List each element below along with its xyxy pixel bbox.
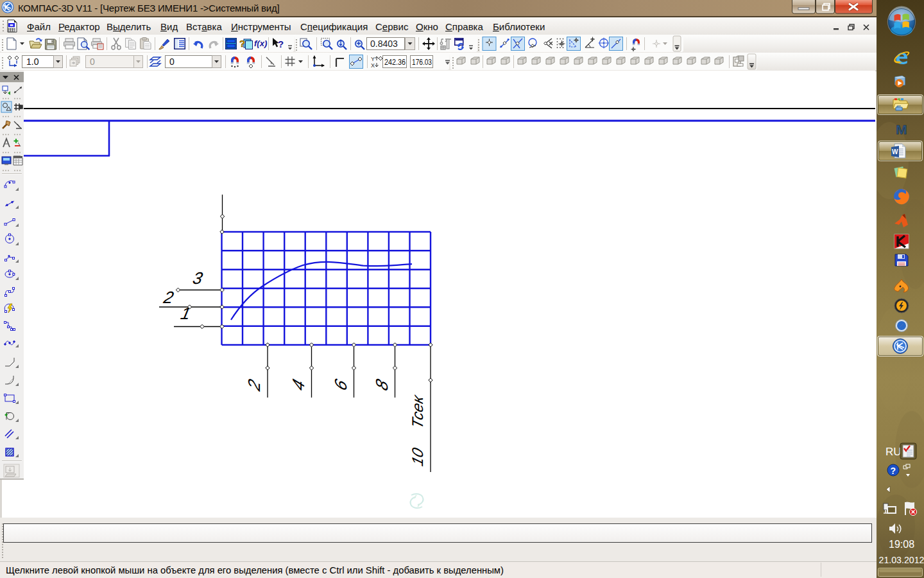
svg-text:242.36: 242.36: [384, 57, 406, 67]
svg-text:?: ?: [278, 39, 284, 49]
svg-text:Тсек: Тсек: [409, 392, 425, 431]
svg-text:RU: RU: [886, 446, 902, 458]
svg-text:1.0: 1.0: [26, 57, 39, 67]
svg-text:2: 2: [161, 288, 175, 307]
svg-text:M: M: [896, 122, 907, 137]
svg-text:2: 2: [245, 376, 264, 394]
svg-text:0.8403: 0.8403: [370, 39, 398, 49]
svg-text:19:08: 19:08: [889, 539, 914, 550]
svg-text:X: X: [371, 62, 375, 69]
svg-text:8: 8: [373, 376, 391, 393]
svg-text:Y: Y: [371, 56, 375, 62]
svg-text:3: 3: [191, 268, 205, 288]
svg-text:0: 0: [169, 57, 175, 67]
svg-text:?: ?: [891, 466, 896, 476]
svg-text:6: 6: [332, 376, 350, 393]
svg-text:W: W: [892, 148, 898, 155]
svg-text:176.03: 176.03: [412, 57, 432, 67]
svg-text:f(x): f(x): [254, 39, 267, 48]
svg-text:21.03.2012: 21.03.2012: [879, 555, 924, 565]
svg-text:0: 0: [90, 57, 95, 67]
svg-text:10: 10: [409, 446, 425, 468]
svg-text:4: 4: [289, 376, 308, 393]
svg-text:?: ?: [239, 38, 245, 49]
